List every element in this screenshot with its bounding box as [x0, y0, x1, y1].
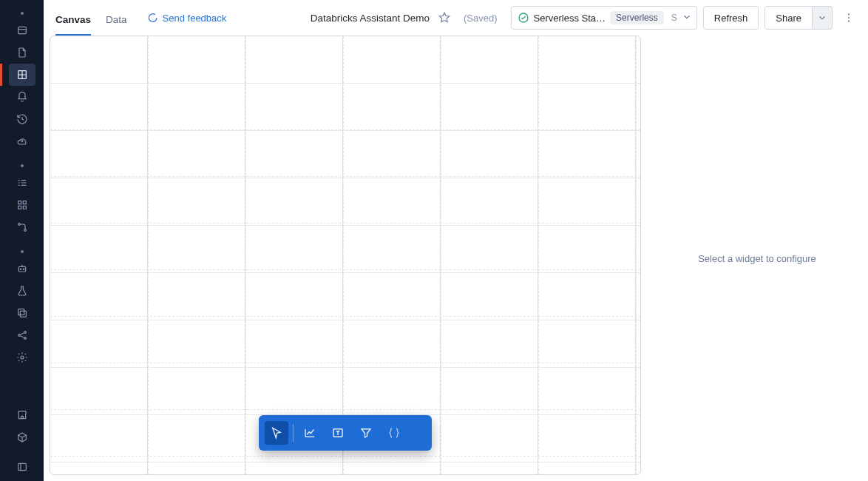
sidebar-item-files[interactable]	[9, 41, 35, 64]
beaker-icon	[16, 285, 28, 297]
robot-icon	[16, 263, 28, 275]
braces-icon	[387, 426, 401, 440]
cluster-name: Serverless Sta…	[534, 13, 606, 24]
svg-point-15	[24, 337, 26, 340]
sidebar-item-catalog[interactable]	[9, 194, 35, 216]
tool-filter[interactable]	[354, 421, 378, 445]
sidebar	[0, 0, 44, 481]
svg-point-13	[18, 334, 20, 337]
svg-rect-0	[18, 27, 26, 33]
sidebar-item-partner[interactable]	[9, 426, 35, 448]
canvas[interactable]	[50, 36, 641, 475]
svg-point-14	[24, 332, 26, 334]
cursor-icon	[270, 426, 283, 440]
content: Select a widget to configure	[44, 36, 868, 481]
sidebar-item-experiments[interactable]	[9, 280, 35, 302]
toolbar-separator	[293, 424, 294, 442]
sidebar-item-settings[interactable]	[9, 346, 35, 369]
svg-point-10	[23, 269, 24, 269]
svg-point-20	[848, 17, 850, 18]
share-button[interactable]: Share	[764, 6, 813, 30]
svg-point-21	[848, 21, 850, 22]
send-feedback-link[interactable]: Send feedback	[146, 12, 227, 24]
sidebar-item-models[interactable]	[9, 324, 35, 346]
gear-icon	[16, 352, 28, 363]
sidebar-item-cloud[interactable]	[9, 130, 35, 152]
cloud-icon	[16, 135, 28, 147]
sidebar-separator	[21, 12, 24, 15]
svg-point-19	[848, 13, 850, 15]
svg-point-16	[21, 356, 24, 359]
sidebar-item-feature-store[interactable]	[9, 302, 35, 324]
tool-select[interactable]	[265, 421, 288, 445]
svg-rect-4	[18, 206, 21, 209]
sidebar-collapse[interactable]	[9, 456, 35, 478]
store-icon	[16, 409, 28, 421]
svg-point-9	[20, 269, 21, 269]
sidebar-item-home[interactable]	[9, 19, 35, 41]
link-icon	[16, 221, 28, 233]
file-icon	[16, 47, 28, 58]
share-more-button[interactable]	[813, 6, 833, 30]
share-nodes-icon	[16, 329, 28, 341]
sidebar-separator	[21, 250, 24, 253]
sidebar-item-alerts[interactable]	[9, 86, 35, 108]
sidebar-separator	[21, 164, 24, 167]
favorite-button[interactable]	[437, 10, 452, 25]
tab-canvas[interactable]: Canvas	[55, 14, 91, 36]
bell-icon	[16, 91, 28, 103]
tool-chart[interactable]	[298, 421, 322, 445]
home-icon	[16, 24, 28, 36]
tab-data[interactable]: Data	[106, 14, 127, 36]
tool-text[interactable]	[326, 421, 350, 445]
title-area: Databricks Assistant Demo	[311, 10, 452, 25]
chat-icon	[146, 12, 158, 24]
share-button-group: Share	[764, 6, 833, 30]
feedback-label: Send feedback	[163, 13, 227, 24]
saved-status: (Saved)	[464, 13, 498, 24]
svg-rect-3	[23, 201, 26, 204]
schema-icon	[16, 199, 28, 211]
star-icon	[438, 12, 450, 24]
sidebar-item-ml[interactable]	[9, 258, 35, 280]
grid-overlay	[50, 36, 640, 474]
topbar: Canvas Data Send feedback Databricks Ass…	[44, 0, 868, 36]
cluster-suffix: S	[671, 13, 677, 23]
list-icon	[16, 177, 28, 189]
page-title: Databricks Assistant Demo	[311, 13, 430, 24]
check-circle-icon	[518, 12, 529, 24]
sidebar-item-pipelines[interactable]	[9, 216, 35, 238]
widget-toolbar	[259, 415, 432, 451]
svg-rect-12	[18, 309, 24, 315]
tool-parameter[interactable]	[382, 421, 406, 445]
cluster-tag: Serverless	[610, 11, 664, 24]
copy-icon	[16, 307, 28, 319]
history-icon	[16, 113, 28, 125]
svg-rect-5	[23, 206, 26, 209]
sidebar-item-history[interactable]	[9, 108, 35, 130]
svg-point-6	[18, 223, 20, 226]
dashboard-icon	[16, 69, 28, 81]
sidebar-item-workflows[interactable]	[9, 172, 35, 194]
tabs: Canvas Data	[55, 0, 127, 36]
svg-rect-2	[18, 201, 21, 204]
canvas-area	[44, 36, 646, 481]
config-panel: Select a widget to configure	[646, 36, 868, 481]
chevron-down-icon	[817, 13, 827, 23]
svg-rect-17	[18, 463, 26, 470]
cube-icon	[16, 431, 28, 443]
filter-icon	[359, 426, 373, 440]
refresh-button[interactable]: Refresh	[703, 6, 759, 30]
svg-point-7	[24, 229, 26, 232]
cluster-selector[interactable]: Serverless Sta… Serverless S	[511, 6, 697, 30]
more-options-button[interactable]	[838, 6, 859, 30]
text-box-icon	[331, 426, 345, 440]
svg-rect-11	[20, 311, 26, 317]
sidebar-item-dashboards[interactable]	[9, 64, 35, 86]
config-hint: Select a widget to configure	[698, 253, 816, 264]
chart-line-icon	[303, 426, 316, 440]
sidebar-item-marketplace[interactable]	[9, 404, 35, 426]
chevron-down-icon	[682, 12, 692, 24]
collapse-icon	[16, 461, 28, 473]
kebab-icon	[843, 12, 855, 24]
